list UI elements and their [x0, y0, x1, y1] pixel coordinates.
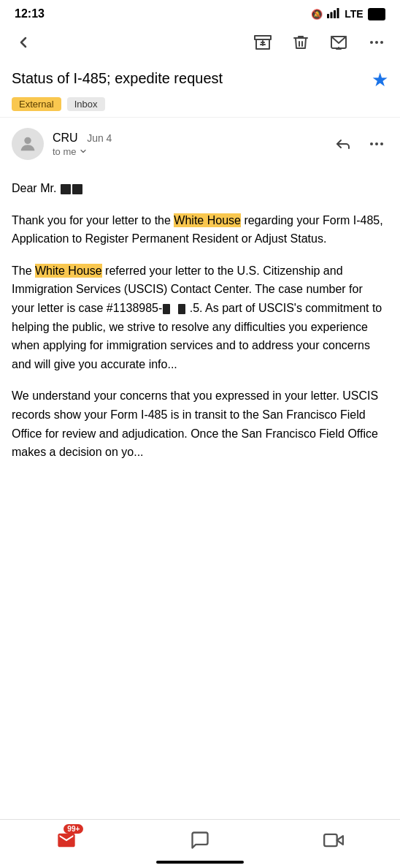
greeting: Dear Mr. [12, 179, 388, 198]
star-icon[interactable]: ★ [372, 69, 388, 91]
email-actions [331, 132, 388, 156]
video-nav-icon [323, 830, 344, 850]
chevron-down-icon [79, 147, 88, 156]
sender-line: CRU Jun 4 [53, 132, 323, 145]
chat-nav-icon [190, 830, 210, 850]
sender-date: Jun 4 [87, 132, 112, 144]
svg-rect-0 [327, 14, 329, 18]
video-nav-button[interactable] [309, 827, 358, 853]
svg-point-14 [370, 142, 373, 145]
status-bar: 12:13 🔕 LTE 91 [0, 0, 400, 25]
lte-label: LTE [345, 8, 363, 20]
status-icons: 🔕 LTE 91 [311, 8, 385, 20]
svg-point-13 [24, 137, 31, 144]
status-time: 12:13 [15, 7, 45, 20]
svg-rect-2 [334, 10, 336, 18]
sender-info: CRU Jun 4 to me [53, 132, 323, 157]
svg-rect-4 [255, 36, 271, 39]
redacted-4 [178, 304, 185, 314]
more-button[interactable] [365, 31, 388, 54]
svg-rect-1 [331, 12, 333, 18]
email-subject: Status of I-485; expedite request [12, 69, 364, 88]
svg-point-16 [380, 142, 383, 145]
back-button[interactable] [12, 31, 35, 54]
archive-button[interactable] [251, 31, 274, 54]
tag-inbox: Inbox [67, 97, 105, 111]
avatar [12, 128, 44, 160]
chat-nav-button[interactable] [175, 827, 225, 853]
paragraph-3: We understand your concerns that you exp… [12, 387, 388, 461]
delete-button[interactable] [289, 31, 312, 54]
to-me[interactable]: to me [53, 146, 323, 157]
highlight-white-house-2: White House [35, 264, 102, 278]
battery-badge: 91 [368, 8, 385, 20]
svg-point-15 [375, 142, 378, 145]
svg-rect-3 [337, 8, 339, 18]
svg-point-10 [370, 41, 373, 44]
paragraph-2: The White House referred your letter to … [12, 262, 388, 374]
svg-rect-18 [324, 834, 337, 846]
toolbar [0, 25, 400, 60]
sender-name: CRU [53, 132, 78, 144]
mail-badge: 99+ [64, 824, 83, 834]
bell-icon: 🔕 [311, 9, 323, 20]
redacted-1 [61, 184, 71, 194]
mail-nav-button[interactable]: 99+ [42, 827, 91, 853]
email-header: CRU Jun 4 to me [0, 118, 400, 167]
tag-external: External [12, 97, 61, 111]
email-body: Dear Mr. Thank you for your letter to th… [0, 167, 400, 533]
svg-point-11 [375, 41, 378, 44]
email-more-button[interactable] [365, 132, 388, 156]
svg-point-12 [380, 41, 383, 44]
highlight-white-house-1: White House [174, 213, 241, 227]
svg-marker-17 [336, 836, 342, 845]
redacted-2 [72, 184, 82, 194]
reply-button[interactable] [331, 132, 355, 156]
subject-area: Status of I-485; expedite request ★ Exte… [0, 60, 400, 118]
mail-action-button[interactable] [327, 31, 350, 54]
redacted-3 [163, 304, 170, 314]
tags-row: External Inbox [12, 97, 388, 111]
home-indicator [156, 861, 244, 864]
signal-icon [327, 8, 340, 20]
paragraph-1: Thank you for your letter to the White H… [12, 211, 388, 248]
